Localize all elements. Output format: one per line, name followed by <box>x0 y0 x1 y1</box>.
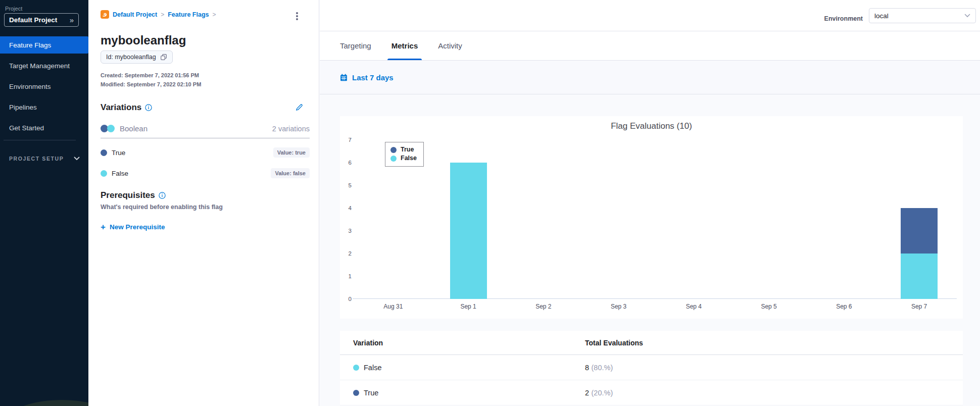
double-chevron-icon: » <box>70 16 74 24</box>
breadcrumb-chevron-icon: > <box>213 11 216 18</box>
breadcrumb-feature-flags-link[interactable]: Feature Flags <box>168 11 209 18</box>
sidebar-item-environments[interactable]: Environments <box>0 78 88 95</box>
sidebar-divider <box>4 140 76 140</box>
tab-activity[interactable]: Activity <box>438 31 462 60</box>
chevron-down-icon <box>964 14 970 18</box>
bar-slot <box>506 140 581 299</box>
project-setup-label: PROJECT SETUP <box>9 156 64 162</box>
info-icon[interactable] <box>159 192 166 199</box>
modified-timestamp: Modified: September 7, 2022 02:10 PM <box>101 81 201 87</box>
sidebar-item-pipelines[interactable]: Pipelines <box>0 98 88 116</box>
column-header-variation: Variation <box>340 339 585 347</box>
variations-heading: Variations <box>101 103 141 113</box>
project-selector-value: Default Project <box>9 16 57 24</box>
variation-value-chip: Value: true <box>273 147 310 158</box>
sidebar: Project Default Project » Feature Flags … <box>0 0 88 406</box>
new-prerequisite-label: New Prerequisite <box>110 223 165 231</box>
tab-metrics[interactable]: Metrics <box>391 31 418 60</box>
sidebar-nav: Feature Flags Target Management Environm… <box>0 36 88 140</box>
bar-segment-true <box>901 208 938 253</box>
x-axis-label: Sep 4 <box>656 303 731 310</box>
row-percent: (80.%) <box>592 364 613 372</box>
sidebar-item-project-setup[interactable]: PROJECT SETUP <box>9 156 80 162</box>
column-header-total-evaluations: Total Evaluations <box>585 339 963 347</box>
edit-variations-button[interactable] <box>295 103 304 114</box>
flag-detail-panel: Default Project > Feature Flags > mybool… <box>88 0 319 406</box>
environment-select[interactable]: local <box>869 8 976 23</box>
legend-false-dot <box>390 156 397 162</box>
x-axis-label: Sep 2 <box>506 303 581 310</box>
bar-slot <box>881 140 957 299</box>
date-range-bar: Last 7 days <box>320 61 980 94</box>
sidebar-item-target-management[interactable]: Target Management <box>0 57 88 74</box>
prerequisites-heading-row: Prerequisites <box>101 190 166 200</box>
x-axis-label: Sep 7 <box>881 303 957 310</box>
y-tick-label: 2 <box>339 249 352 258</box>
row-percent: (20.%) <box>592 389 613 397</box>
breadcrumb-chevron-icon: > <box>161 11 164 18</box>
table-row: True 2 (20.%) <box>340 380 963 405</box>
chart-plot: True False 01234567 <box>356 140 957 299</box>
true-color-dot <box>101 149 107 156</box>
y-tick-label: 7 <box>339 136 352 144</box>
chart-card: Flag Evaluations (10) True False 0123456… <box>340 116 963 319</box>
harness-logo-icon <box>101 10 109 19</box>
variations-heading-row: Variations <box>101 103 152 113</box>
flag-id-text: Id: mybooleanflag <box>106 54 156 61</box>
variation-row-false: False Value: false <box>101 168 310 178</box>
tab-targeting[interactable]: Targeting <box>340 31 371 60</box>
info-icon[interactable] <box>145 104 152 111</box>
environment-label: Environment <box>824 15 863 22</box>
y-tick-label: 1 <box>339 272 352 280</box>
bar-slot <box>431 140 506 299</box>
bar-segment-false <box>901 253 938 299</box>
chevron-down-icon <box>74 157 80 161</box>
variation-value-chip: Value: false <box>271 168 310 178</box>
bar-slots <box>356 140 957 299</box>
sidebar-item-get-started[interactable]: Get Started <box>0 119 88 136</box>
copy-icon[interactable] <box>160 54 167 61</box>
date-range-label: Last 7 days <box>352 73 394 82</box>
app-root: Project Default Project » Feature Flags … <box>0 0 980 406</box>
main-content: Environment local Targeting Metrics Acti… <box>320 0 980 406</box>
bar-slot <box>581 140 656 299</box>
y-tick-label: 4 <box>339 204 352 212</box>
table-header-row: Variation Total Evaluations <box>340 331 963 355</box>
legend-false-label: False <box>401 154 417 163</box>
x-axis-label: Sep 5 <box>731 303 807 310</box>
y-tick-label: 6 <box>339 159 352 167</box>
sidebar-item-feature-flags[interactable]: Feature Flags <box>0 36 88 54</box>
row-count: 2 <box>585 389 589 397</box>
flag-title: mybooleanflag <box>101 33 186 47</box>
false-color-dot <box>353 365 359 371</box>
bar-slot <box>656 140 731 299</box>
boolean-type-icon <box>101 125 115 132</box>
row-count: 8 <box>585 364 589 372</box>
plus-icon: + <box>101 223 106 231</box>
variation-type-row: Boolean 2 variations <box>101 124 310 133</box>
evaluations-table: Variation Total Evaluations False 8 (80.… <box>340 331 963 406</box>
flag-id-chip[interactable]: Id: mybooleanflag <box>101 50 173 64</box>
legend-true-label: True <box>401 145 414 154</box>
project-selector[interactable]: Default Project » <box>4 13 79 27</box>
prerequisites-heading: Prerequisites <box>101 190 155 200</box>
legend-item-false: False <box>390 154 417 163</box>
created-timestamp: Created: September 7, 2022 01:56 PM <box>101 72 199 78</box>
environment-value: local <box>874 12 889 20</box>
project-label: Project <box>5 6 22 12</box>
x-axis-label: Sep 1 <box>431 303 506 310</box>
variation-name: True <box>112 149 125 157</box>
pencil-icon <box>295 103 304 112</box>
y-tick-label: 3 <box>339 227 352 235</box>
variation-type-label: Boolean <box>120 124 148 133</box>
tab-bar: Targeting Metrics Activity <box>320 31 980 61</box>
kebab-menu-button[interactable] <box>292 11 302 21</box>
date-range-button[interactable]: Last 7 days <box>340 73 394 82</box>
bar-segment-false <box>450 163 487 299</box>
new-prerequisite-button[interactable]: + New Prerequisite <box>101 223 165 231</box>
variation-count: 2 variations <box>272 125 310 133</box>
legend-item-true: True <box>390 145 417 154</box>
breadcrumb-project-link[interactable]: Default Project <box>113 11 157 18</box>
x-axis-label: Aug 31 <box>356 303 431 310</box>
help-bubble[interactable] <box>11 400 88 406</box>
